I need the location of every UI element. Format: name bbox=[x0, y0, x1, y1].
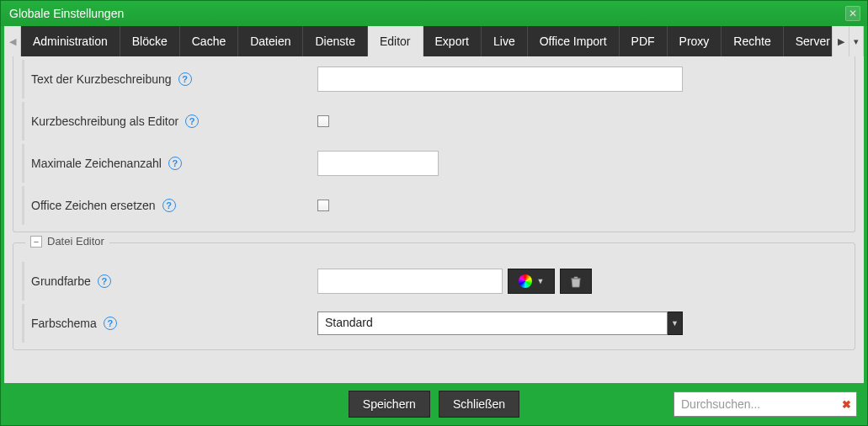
window-title: Globale Einstellungen bbox=[9, 7, 845, 20]
chevron-down-icon: ▼ bbox=[668, 312, 683, 335]
tab-scroll-right-icon[interactable]: ▶ bbox=[832, 26, 849, 56]
search-input[interactable] bbox=[681, 397, 842, 411]
help-icon[interactable]: ? bbox=[98, 274, 111, 288]
checkbox-office-zeichen[interactable] bbox=[317, 200, 329, 211]
tab-rechte[interactable]: Rechte bbox=[722, 26, 783, 56]
tab-server[interactable]: Server bbox=[784, 26, 832, 56]
help-icon[interactable]: ? bbox=[185, 114, 199, 128]
tab-scroll-left-icon[interactable]: ◀ bbox=[4, 26, 21, 56]
select-farbschema-value: Standard bbox=[317, 312, 668, 335]
collapse-toggle-icon[interactable]: − bbox=[30, 236, 42, 248]
fieldset-kurzbeschreibung: Text der Kurzbeschreibung ? Kurzbeschrei… bbox=[13, 56, 855, 232]
clear-color-button[interactable] bbox=[560, 269, 592, 294]
label-text-kurzbeschreibung: Text der Kurzbeschreibung ? bbox=[31, 72, 317, 86]
input-grundfarbe[interactable] bbox=[317, 269, 503, 294]
label-max-zeichenanzahl: Maximale Zeichenanzahl ? bbox=[31, 157, 317, 170]
fieldset-datei-editor: − Datei Editor Grundfarbe ? ▼ bbox=[13, 242, 855, 350]
input-max-zeichenanzahl[interactable] bbox=[317, 151, 439, 176]
tab-proxy[interactable]: Proxy bbox=[668, 26, 722, 56]
label-office-zeichen: Office Zeichen ersetzen ? bbox=[31, 199, 317, 212]
titlebar: Globale Einstellungen ✕ bbox=[1, 1, 867, 26]
tab-bloecke[interactable]: Blöcke bbox=[120, 26, 180, 56]
tab-export[interactable]: Export bbox=[423, 26, 482, 56]
label-farbschema: Farbschema ? bbox=[31, 317, 317, 330]
trash-icon bbox=[570, 275, 582, 288]
tab-cache[interactable]: Cache bbox=[180, 26, 238, 56]
tab-pdf[interactable]: PDF bbox=[620, 26, 668, 56]
color-picker-button[interactable]: ▼ bbox=[508, 269, 555, 294]
tab-dropdown-icon[interactable]: ▾ bbox=[849, 26, 864, 56]
search-box: ✖ bbox=[674, 391, 857, 417]
tab-live[interactable]: Live bbox=[482, 26, 528, 56]
help-icon[interactable]: ? bbox=[104, 317, 117, 330]
tabs-container: Administration Blöcke Cache Dateien Dien… bbox=[21, 26, 832, 56]
save-button[interactable]: Speichern bbox=[349, 391, 430, 418]
label-grundfarbe: Grundfarbe ? bbox=[31, 274, 317, 288]
input-text-kurzbeschreibung[interactable] bbox=[317, 67, 683, 92]
footer-bar: Speichern Schließen ✖ bbox=[1, 383, 867, 425]
close-button[interactable]: Schließen bbox=[439, 391, 519, 418]
content-area: Text der Kurzbeschreibung ? Kurzbeschrei… bbox=[4, 56, 864, 383]
tab-dateien[interactable]: Dateien bbox=[238, 26, 303, 56]
close-icon[interactable]: ✕ bbox=[845, 6, 860, 21]
clear-search-icon[interactable]: ✖ bbox=[842, 398, 851, 411]
row-text-kurzbeschreibung: Text der Kurzbeschreibung ? bbox=[22, 60, 846, 99]
row-max-zeichenanzahl: Maximale Zeichenanzahl ? bbox=[22, 144, 846, 183]
row-kurzbeschreibung-editor: Kurzbeschreibung als Editor ? bbox=[22, 102, 846, 141]
row-farbschema: Farbschema ? Standard ▼ bbox=[22, 304, 846, 343]
checkbox-kurzbeschreibung-editor[interactable] bbox=[317, 115, 329, 127]
tab-office-import[interactable]: Office Import bbox=[528, 26, 620, 56]
tab-editor[interactable]: Editor bbox=[368, 26, 423, 56]
chevron-down-icon: ▼ bbox=[537, 277, 545, 285]
tab-administration[interactable]: Administration bbox=[21, 26, 120, 56]
tab-dienste[interactable]: Dienste bbox=[303, 26, 367, 56]
row-grundfarbe: Grundfarbe ? ▼ bbox=[22, 262, 846, 301]
tab-bar: ◀ Administration Blöcke Cache Dateien Di… bbox=[4, 26, 864, 56]
help-icon[interactable]: ? bbox=[178, 72, 192, 86]
select-farbschema[interactable]: Standard ▼ bbox=[317, 312, 683, 335]
row-office-zeichen: Office Zeichen ersetzen ? bbox=[22, 186, 846, 225]
help-icon[interactable]: ? bbox=[168, 157, 182, 170]
color-wheel-icon bbox=[519, 274, 532, 288]
legend-datei-editor: − Datei Editor bbox=[25, 235, 109, 248]
settings-window: Globale Einstellungen ✕ ◀ Administration… bbox=[0, 0, 868, 426]
help-icon[interactable]: ? bbox=[162, 199, 176, 212]
label-kurzbeschreibung-editor: Kurzbeschreibung als Editor ? bbox=[31, 114, 317, 128]
